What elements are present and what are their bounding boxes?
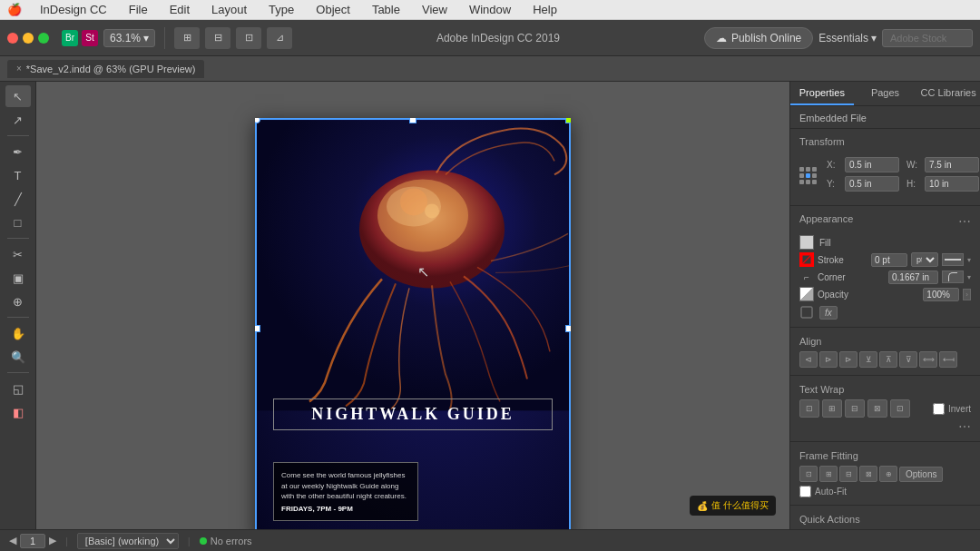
corner-value-input[interactable] bbox=[888, 271, 938, 284]
fill-frame-button[interactable]: ⊟ bbox=[839, 466, 858, 482]
menu-help[interactable]: Help bbox=[529, 3, 561, 16]
align-bottom-button[interactable]: ⊽ bbox=[899, 351, 917, 368]
stroke-icon[interactable] bbox=[799, 252, 814, 267]
tab-cc-libraries[interactable]: CC Libraries bbox=[916, 82, 980, 105]
fill-stroke-tool[interactable]: ◱ bbox=[5, 378, 31, 399]
preview-tool[interactable]: ⊿ bbox=[267, 27, 292, 49]
direct-selection-tool[interactable]: ↗ bbox=[5, 109, 31, 131]
menu-table[interactable]: Table bbox=[368, 3, 404, 16]
jump-next-wrap-button[interactable]: ⊡ bbox=[890, 399, 910, 418]
align-section: Align ⊲ ⊳ ⊳ ⊻ ⊼ ⊽ ⟺ ⟻ bbox=[790, 328, 980, 376]
zoom-control[interactable]: 63.1% ▾ bbox=[103, 29, 155, 47]
align-title: Align bbox=[799, 336, 821, 347]
page-navigation: ◀ ▶ bbox=[9, 534, 56, 548]
menu-object[interactable]: Object bbox=[312, 3, 354, 16]
x-input[interactable] bbox=[845, 157, 899, 172]
line-tool[interactable]: ╱ bbox=[5, 188, 31, 210]
minimize-window-button[interactable] bbox=[23, 33, 34, 44]
frame-fitting-options-button[interactable]: Options bbox=[899, 467, 943, 482]
toolbar-separator-1 bbox=[164, 27, 165, 49]
layout-selector[interactable]: [Basic] (working) bbox=[77, 533, 179, 549]
distribute-h-button[interactable]: ⟺ bbox=[919, 351, 937, 368]
menu-view[interactable]: View bbox=[418, 3, 451, 16]
corner-style-picker[interactable] bbox=[942, 271, 964, 283]
w-input[interactable] bbox=[925, 157, 979, 172]
menu-layout[interactable]: Layout bbox=[208, 3, 250, 16]
stroke-value-input[interactable] bbox=[871, 253, 907, 267]
layout-tool-3[interactable]: ⊡ bbox=[236, 27, 261, 49]
rectangle-tool[interactable]: □ bbox=[5, 212, 31, 233]
h-input[interactable] bbox=[925, 176, 979, 192]
wrap-contour-button[interactable]: ⊟ bbox=[845, 399, 865, 418]
align-center-h-button[interactable]: ⊳ bbox=[819, 351, 838, 368]
tool-separator-1 bbox=[7, 135, 29, 136]
tab-properties[interactable]: Properties bbox=[790, 82, 854, 105]
poster-description-box: Come see the world famous jellyfishes at… bbox=[273, 462, 418, 521]
maximize-window-button[interactable] bbox=[38, 33, 49, 44]
y-input[interactable] bbox=[845, 176, 899, 192]
stroke-dropdown-icon[interactable]: ▾ bbox=[967, 256, 971, 264]
text-wrap-more-button[interactable]: ⋯ bbox=[799, 419, 971, 434]
layout-tool-2[interactable]: ⊟ bbox=[205, 27, 230, 49]
bridge-icon[interactable]: Br bbox=[62, 30, 78, 46]
stroke-row: Stroke pt ▾ bbox=[799, 252, 971, 267]
gradient-tool[interactable]: ▣ bbox=[5, 267, 31, 289]
canvas-area[interactable]: NIGHTWALK GUIDE Come see the world famou… bbox=[36, 82, 789, 529]
pen-tool[interactable]: ✒ bbox=[5, 141, 31, 162]
align-middle-v-button[interactable]: ⊼ bbox=[879, 351, 897, 368]
hand-tool[interactable]: ✋ bbox=[5, 322, 31, 344]
opacity-expand-icon[interactable]: › bbox=[963, 289, 971, 300]
opacity-label: Opacity bbox=[818, 290, 848, 300]
tab-label: *Save_v2.indd @ 63% (GPU Preview) bbox=[26, 64, 196, 74]
distribute-v-button[interactable]: ⟻ bbox=[939, 351, 957, 368]
menu-window[interactable]: Window bbox=[466, 3, 514, 16]
align-right-button[interactable]: ⊳ bbox=[839, 351, 858, 368]
fit-frame-to-content-button[interactable]: ⊞ bbox=[819, 466, 838, 482]
opacity-row: Opacity › bbox=[799, 287, 971, 301]
publish-online-button[interactable]: ☁ Publish Online bbox=[704, 27, 813, 49]
prev-page-button[interactable]: ◀ bbox=[9, 535, 16, 546]
fit-content-to-frame-button[interactable]: ⊡ bbox=[799, 466, 818, 482]
tab-pages[interactable]: Pages bbox=[854, 82, 917, 105]
main-layout: ↖ ↗ ✒ T ╱ □ ✂ ▣ ⊕ ✋ 🔍 ◱ ◧ bbox=[0, 82, 980, 529]
center-content-button[interactable]: ⊕ bbox=[879, 466, 897, 482]
align-left-button[interactable]: ⊲ bbox=[799, 351, 818, 368]
align-top-button[interactable]: ⊻ bbox=[859, 351, 877, 368]
menu-app[interactable]: InDesign CC bbox=[36, 3, 111, 16]
selection-tool[interactable]: ↖ bbox=[5, 85, 31, 107]
adobe-stock-search[interactable] bbox=[882, 29, 973, 47]
stroke-style-picker[interactable] bbox=[942, 253, 964, 266]
preview-mode-tool[interactable]: ◧ bbox=[5, 401, 31, 423]
fit-content-proportionally-button[interactable]: ⊠ bbox=[859, 466, 877, 482]
poster-title: NIGHTWALK GUIDE bbox=[273, 398, 553, 430]
next-page-button[interactable]: ▶ bbox=[49, 535, 56, 546]
essentials-button[interactable]: Essentials ▾ bbox=[818, 32, 877, 44]
corner-dropdown-icon[interactable]: ▾ bbox=[967, 273, 971, 281]
type-tool[interactable]: T bbox=[5, 164, 31, 186]
fx-button[interactable]: fx bbox=[819, 306, 838, 320]
invert-label: Invert bbox=[948, 404, 971, 414]
jump-wrap-button[interactable]: ⊠ bbox=[867, 399, 887, 418]
layout-tool-1[interactable]: ⊞ bbox=[174, 27, 200, 49]
menu-type[interactable]: Type bbox=[265, 3, 298, 16]
invert-checkbox[interactable] bbox=[933, 403, 945, 415]
autofit-checkbox[interactable] bbox=[799, 486, 811, 497]
stock-icon[interactable]: St bbox=[82, 30, 98, 46]
zoom-tool[interactable]: 🔍 bbox=[5, 346, 31, 368]
menu-file[interactable]: File bbox=[125, 3, 152, 16]
eyedropper-tool[interactable]: ⊕ bbox=[5, 290, 31, 312]
y-label: Y: bbox=[827, 179, 841, 189]
close-window-button[interactable] bbox=[7, 33, 18, 44]
appearance-more-button[interactable]: ⋯ bbox=[958, 214, 971, 229]
scissors-tool[interactable]: ✂ bbox=[5, 243, 31, 265]
zoom-chevron[interactable]: ▾ bbox=[143, 32, 149, 44]
fill-swatch[interactable] bbox=[799, 235, 814, 250]
no-wrap-button[interactable]: ⊡ bbox=[799, 399, 819, 418]
opacity-value-input[interactable] bbox=[923, 288, 959, 301]
stroke-unit-select[interactable]: pt bbox=[911, 252, 938, 267]
wrap-bounding-button[interactable]: ⊞ bbox=[822, 399, 842, 418]
tab-close-button[interactable]: × bbox=[16, 64, 22, 74]
page-number-input[interactable] bbox=[20, 534, 45, 548]
document-tab[interactable]: × *Save_v2.indd @ 63% (GPU Preview) bbox=[7, 60, 204, 78]
menu-edit[interactable]: Edit bbox=[166, 3, 193, 16]
